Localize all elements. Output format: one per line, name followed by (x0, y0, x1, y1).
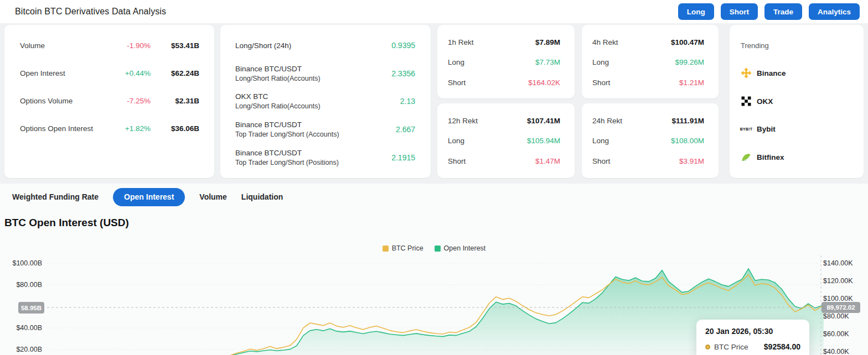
tab-open-interest[interactable]: Open Interest (113, 188, 185, 206)
btc-price-marker-icon (705, 344, 710, 349)
tab-liquidation[interactable]: Liquidation (241, 192, 283, 201)
current-btc-price-badge: 89,972.02 (822, 302, 860, 313)
tab-weighted-funding-rate[interactable]: Weighted Funding Rate (12, 192, 99, 201)
legend-label: BTC Price (392, 244, 423, 252)
axis-tick-label: $140.00K (823, 259, 853, 267)
axis-tick-label: $40.00B (16, 324, 42, 332)
tooltip-series-value: $92584.00 (764, 342, 800, 351)
axis-tick-label: $80.00K (823, 312, 849, 320)
legend-item-btc-price[interactable]: BTC Price (383, 244, 423, 252)
axis-tick-label: $60.00K (823, 330, 849, 338)
chart-tooltip: 20 Jan 2026, 05:30 BTC Price $92584.00 (696, 320, 809, 355)
tab-volume[interactable]: Volume (199, 192, 227, 201)
chart-title: BTC Open Interest (USD) (4, 217, 129, 229)
long-button[interactable]: Long (678, 3, 714, 20)
btc-price-swatch (383, 246, 389, 252)
axis-tick-label: $100.00B (12, 259, 42, 267)
derivatives-dashboard: Bitcoin BTC Derivatives Data Analysis Lo… (0, 0, 868, 355)
current-open-interest-badge: 58.95B (18, 302, 44, 314)
legend-label: Open Interest (444, 244, 486, 252)
open-interest-chart[interactable] (0, 0, 868, 355)
axis-tick-label: $40.00K (823, 348, 849, 355)
chart-legend: BTC Price Open Interest (0, 244, 868, 252)
chart-tabs: Weighted Funding Rate Open Interest Volu… (12, 187, 283, 206)
analytics-button[interactable]: Analytics (809, 3, 860, 20)
open-interest-swatch (435, 246, 441, 252)
legend-item-open-interest[interactable]: Open Interest (435, 244, 486, 252)
header: Bitcoin BTC Derivatives Data Analysis Lo… (0, 0, 868, 23)
tooltip-series-label: BTC Price (714, 343, 760, 351)
header-actions: Long Short Trade Analytics (678, 0, 860, 23)
trade-button[interactable]: Trade (764, 3, 802, 20)
short-button[interactable]: Short (721, 3, 758, 20)
tooltip-date: 20 Jan 2026, 05:30 (705, 327, 800, 336)
page-title: Bitcoin BTC Derivatives Data Analysis (15, 7, 166, 17)
axis-tick-label: $120.00K (823, 277, 853, 285)
axis-tick-label: $100.00K (823, 295, 853, 302)
axis-tick-label: $80.00B (16, 281, 42, 289)
axis-tick-label: $20.00B (16, 346, 42, 353)
tooltip-row: BTC Price $92584.00 (705, 342, 800, 351)
